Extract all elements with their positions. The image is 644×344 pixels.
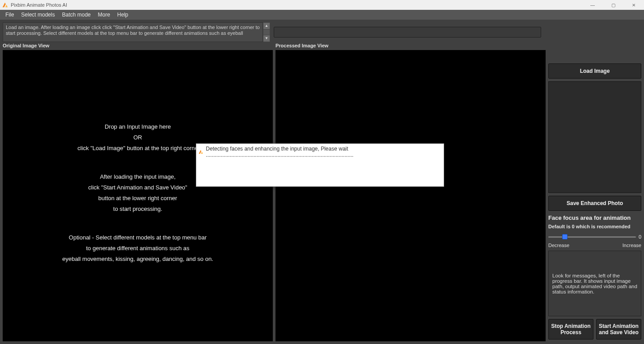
scroll-down-button[interactable]: ▼ (263, 35, 270, 42)
menu-bar: File Select models Batch mode More Help (0, 10, 644, 20)
slider-increase-label: Increase (623, 243, 641, 248)
menu-select-models[interactable]: Select models (17, 10, 58, 19)
original-image-viewport[interactable]: Drop an Input Image here OR click "Load … (3, 50, 273, 341)
load-image-button[interactable]: Load Image (548, 63, 641, 79)
placeholder-line: Drop an Input Image here (3, 122, 273, 132)
save-enhanced-photo-button[interactable]: Save Enhanced Photo (548, 196, 641, 211)
instruction-scrollbar[interactable]: ▲ ▼ (263, 22, 270, 42)
focus-section-title: Face focus area for animation (548, 214, 641, 221)
original-view-label: Original Image View (3, 42, 273, 50)
menu-more[interactable]: More (94, 10, 114, 19)
scroll-track[interactable] (263, 29, 270, 35)
message-text: Look for messages, left of the progress … (552, 273, 637, 294)
dialog-logo-icon (198, 149, 203, 155)
slider-decrease-label: Decrease (548, 243, 569, 248)
placeholder-line: eyeball movements, kissing, agreeing, da… (3, 254, 273, 264)
menu-help[interactable]: Help (114, 10, 132, 19)
dialog-message: Detecting faces and enhancing the input … (206, 146, 442, 158)
focus-section-subtitle: Default is 0 which is recommended (548, 224, 641, 229)
processed-image-viewport[interactable] (275, 50, 546, 341)
app-logo-icon (2, 2, 8, 8)
close-button[interactable]: ✕ (623, 0, 644, 10)
thumbnail-preview (548, 81, 641, 193)
window-controls: — ▢ ✕ (582, 0, 644, 10)
placeholder-line: OR (3, 132, 273, 143)
focus-slider[interactable] (548, 234, 636, 240)
drop-instructions: Drop an Input Image here OR click "Load … (3, 122, 273, 264)
status-input[interactable] (274, 27, 541, 38)
menu-file[interactable]: File (2, 10, 17, 19)
placeholder-line: Optional - Select different models at th… (3, 232, 273, 243)
maximize-button[interactable]: ▢ (603, 0, 623, 10)
right-sidebar: Load Image Save Enhanced Photo Face focu… (547, 63, 644, 342)
instruction-textarea[interactable]: Load an image. After loading an image cl… (3, 22, 263, 42)
processed-view-label: Processed Image View (275, 42, 546, 50)
slider-thumb[interactable] (562, 234, 568, 239)
title-bar: Pixbim Animate Photos AI — ▢ ✕ (0, 0, 644, 10)
minimize-button[interactable]: — (582, 0, 603, 10)
app-title: Pixbim Animate Photos AI (11, 2, 67, 8)
placeholder-line: to start processing. (3, 204, 273, 214)
menu-batch-mode[interactable]: Batch mode (59, 10, 94, 19)
scroll-up-button[interactable]: ▲ (263, 22, 270, 29)
stop-animation-button[interactable]: Stop Animation Process (548, 319, 593, 340)
placeholder-line: to generate different animations such as (3, 243, 273, 254)
placeholder-line: button at the lower right corner (3, 193, 273, 204)
slider-value: 0 (639, 234, 641, 239)
message-area: Look for messages, left of the progress … (548, 251, 641, 316)
start-animation-button[interactable]: Start Animation and Save Video (596, 319, 641, 340)
progress-dialog: Detecting faces and enhancing the input … (196, 143, 444, 187)
